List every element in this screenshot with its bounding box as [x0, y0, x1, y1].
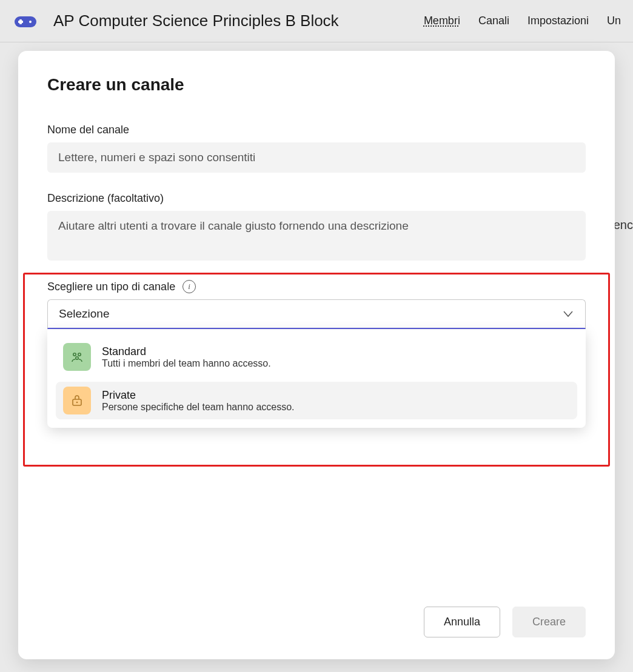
- channel-name-input[interactable]: [47, 142, 586, 173]
- create-button[interactable]: Creare: [512, 607, 586, 637]
- channel-name-label: Nome del canale: [47, 124, 586, 136]
- channel-type-option-standard[interactable]: Standard Tutti i membri del team hanno a…: [56, 338, 577, 376]
- channel-type-select-button[interactable]: Selezione: [47, 299, 586, 329]
- option-texts: Standard Tutti i membri del team hanno a…: [102, 345, 271, 369]
- info-icon[interactable]: i: [183, 280, 196, 293]
- people-icon: [63, 343, 91, 371]
- modal-footer: Annulla Creare: [47, 607, 586, 637]
- channel-type-label: Scegliere un tipo di canale i: [47, 280, 586, 293]
- modal-title: Creare un canale: [47, 75, 586, 95]
- create-channel-modal: Creare un canale Nome del canale Descriz…: [18, 51, 615, 659]
- option-title: Private: [102, 389, 295, 402]
- svg-point-10: [76, 402, 78, 404]
- option-title: Standard: [102, 345, 271, 358]
- channel-type-label-text: Scegliere un tipo di canale: [47, 281, 175, 293]
- option-desc: Persone specifiche del team hanno access…: [102, 402, 295, 413]
- svg-point-8: [76, 357, 78, 359]
- chevron-down-icon: [562, 308, 574, 320]
- svg-point-6: [73, 353, 76, 356]
- svg-point-7: [78, 353, 81, 356]
- option-desc: Tutti i membri del team hanno accesso.: [102, 358, 271, 369]
- select-value: Selezione: [59, 307, 109, 321]
- channel-desc-label: Descrizione (facoltativo): [47, 192, 586, 205]
- channel-type-dropdown: Standard Tutti i membri del team hanno a…: [47, 330, 586, 428]
- channel-desc-input[interactable]: [47, 211, 586, 261]
- option-texts: Private Persone specifiche del team hann…: [102, 389, 295, 413]
- channel-type-option-private[interactable]: Private Persone specifiche del team hann…: [56, 382, 577, 419]
- lock-icon: [63, 387, 91, 414]
- cancel-button[interactable]: Annulla: [424, 607, 500, 637]
- channel-type-select: Selezione Standard Tutti i membri del: [47, 299, 586, 329]
